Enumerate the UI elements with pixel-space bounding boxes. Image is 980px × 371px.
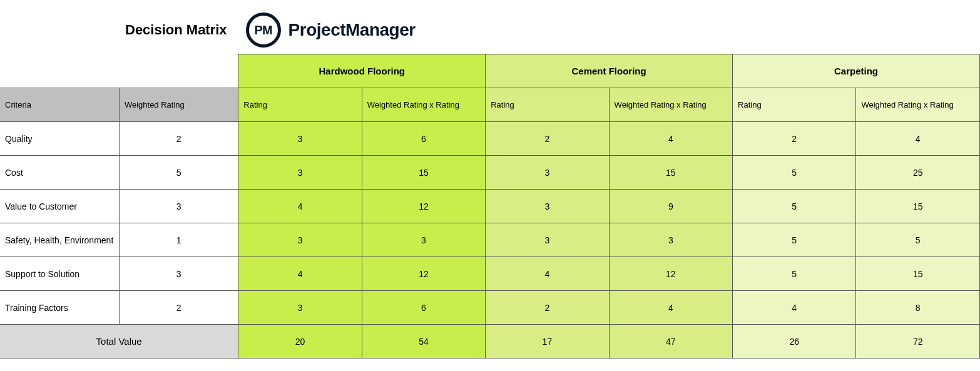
value-cell: 4: [609, 291, 732, 325]
value-cell: 12: [609, 257, 732, 291]
total-cell: 72: [856, 325, 980, 358]
value-cell: 5: [733, 223, 856, 257]
value-cell: 4: [486, 257, 609, 291]
table-row: Training Factors 2 3 6 2 4 4 8: [0, 291, 980, 325]
col-wxr-0: Weighted Rating x Rating: [362, 88, 485, 122]
alt-header-0: Hardwood Flooring: [238, 54, 486, 88]
value-cell: 2: [486, 122, 609, 156]
subheader-row: Criteria Weighted Rating Rating Weighted…: [0, 88, 980, 122]
criteria-cell: Cost: [0, 156, 119, 190]
weight-cell: 2: [119, 122, 238, 156]
value-cell: 5: [733, 257, 856, 291]
decision-matrix-table: Hardwood Flooring Cement Flooring Carpet…: [0, 54, 980, 358]
col-weighted: Weighted Rating: [119, 88, 238, 122]
alternatives-header-row: Hardwood Flooring Cement Flooring Carpet…: [0, 54, 980, 88]
value-cell: 3: [238, 122, 362, 156]
criteria-cell: Value to Customer: [0, 190, 119, 223]
header: Decision Matrix PM ProjectManager: [0, 0, 980, 54]
value-cell: 4: [238, 190, 362, 223]
total-label: Total Value: [0, 325, 238, 358]
value-cell: 12: [362, 257, 485, 291]
col-criteria: Criteria: [0, 88, 119, 122]
table-row: Cost 5 3 15 3 15 5 25: [0, 156, 980, 190]
brand-logo-text: ProjectManager: [288, 20, 416, 40]
value-cell: 4: [733, 291, 856, 325]
alt-header-1: Cement Flooring: [486, 54, 733, 88]
value-cell: 5: [856, 223, 980, 257]
value-cell: 3: [238, 291, 362, 325]
table-row: Quality 2 3 6 2 4 2 4: [0, 122, 980, 156]
col-wxr-1: Weighted Rating x Rating: [609, 88, 732, 122]
value-cell: 15: [609, 156, 732, 190]
blank-corner: [0, 54, 238, 88]
criteria-cell: Training Factors: [0, 291, 119, 325]
value-cell: 6: [362, 291, 485, 325]
total-cell: 20: [238, 325, 362, 358]
value-cell: 3: [486, 223, 609, 257]
value-cell: 4: [856, 122, 980, 156]
criteria-cell: Support to Solution: [0, 257, 119, 291]
value-cell: 3: [362, 223, 485, 257]
weight-cell: 2: [119, 291, 238, 325]
value-cell: 3: [238, 156, 362, 190]
value-cell: 3: [238, 223, 362, 257]
criteria-cell: Quality: [0, 122, 119, 156]
value-cell: 9: [609, 190, 732, 223]
total-row: Total Value 20 54 17 47 26 72: [0, 325, 980, 358]
value-cell: 5: [733, 190, 856, 223]
criteria-cell: Safety, Health, Environment: [0, 223, 119, 257]
value-cell: 3: [486, 156, 609, 190]
weight-cell: 5: [119, 156, 238, 190]
weight-cell: 1: [119, 223, 238, 257]
total-cell: 26: [733, 325, 856, 358]
col-rating-0: Rating: [238, 88, 362, 122]
value-cell: 4: [238, 257, 362, 291]
col-rating-1: Rating: [486, 88, 609, 122]
total-cell: 47: [609, 325, 732, 358]
value-cell: 6: [362, 122, 485, 156]
value-cell: 3: [486, 190, 609, 223]
alt-header-2: Carpeting: [733, 54, 980, 88]
value-cell: 8: [856, 291, 980, 325]
value-cell: 25: [856, 156, 980, 190]
value-cell: 15: [856, 257, 980, 291]
table-row: Support to Solution 3 4 12 4 12 5 15: [0, 257, 980, 291]
value-cell: 3: [609, 223, 732, 257]
brand-logo-circle: PM: [246, 13, 281, 48]
table-row: Value to Customer 3 4 12 3 9 5 15: [0, 190, 980, 223]
value-cell: 5: [733, 156, 856, 190]
weight-cell: 3: [119, 257, 238, 291]
value-cell: 12: [362, 190, 485, 223]
value-cell: 15: [362, 156, 485, 190]
col-wxr-2: Weighted Rating x Rating: [856, 88, 980, 122]
total-cell: 54: [362, 325, 485, 358]
value-cell: 15: [856, 190, 980, 223]
value-cell: 2: [733, 122, 856, 156]
value-cell: 2: [486, 291, 609, 325]
page-title: Decision Matrix: [125, 22, 227, 38]
brand-logo: PM ProjectManager: [246, 13, 416, 48]
table-row: Safety, Health, Environment 1 3 3 3 3 5 …: [0, 223, 980, 257]
weight-cell: 3: [119, 190, 238, 223]
total-cell: 17: [486, 325, 609, 358]
col-rating-2: Rating: [733, 88, 856, 122]
value-cell: 4: [609, 122, 732, 156]
